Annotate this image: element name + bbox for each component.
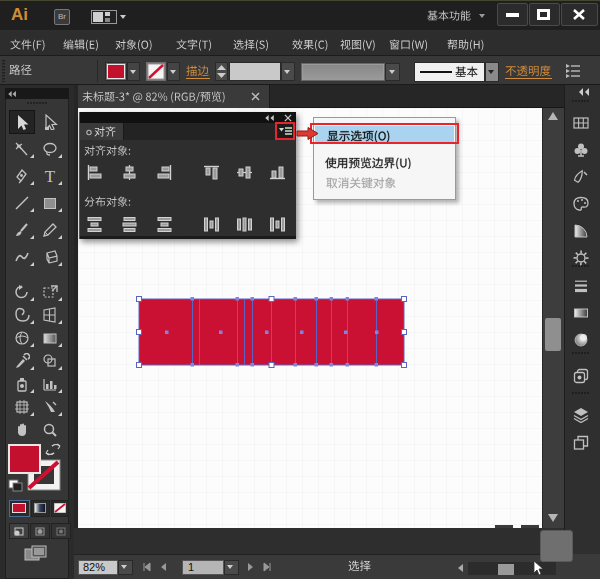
svg-text:T: T <box>45 168 56 184</box>
